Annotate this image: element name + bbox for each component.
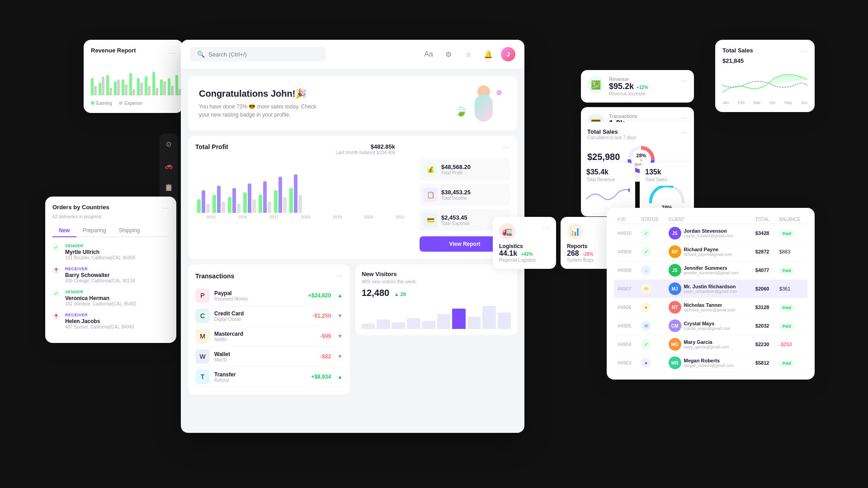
cell-total: $4077 — [752, 261, 776, 280]
txn-arrow: ▲ — [337, 374, 343, 380]
revenue-body: Revenue $95.2k +12% Revenue Increase — [609, 76, 676, 96]
txn-sub: Mac'D — [214, 357, 316, 362]
transactions-stat-menu[interactable]: ⋯ — [680, 113, 688, 122]
revenue-icon: 💹 — [587, 76, 604, 94]
orders-tab-new[interactable]: New — [52, 225, 76, 237]
client-email: megan_roberts@gmail.com — [684, 363, 734, 368]
paid-badge: Paid — [779, 323, 794, 329]
new-visitors-card: New Visitors 48% new visitors this week.… — [355, 264, 517, 335]
table-row: #4910 ✓ JS Jordan Stevenson Layne_Kuvali… — [614, 224, 807, 243]
order-icon: ✓ — [52, 290, 60, 297]
order-item: ✓ SENDER Veronica Herman 162 Windsor, Ca… — [52, 290, 169, 306]
total-sales-floating-card: Total Sales ⋯ $21,845 JanFebMarAprMayJun — [715, 40, 815, 112]
orders-title: Orders by Countries — [52, 204, 109, 211]
revenue-menu[interactable]: ⋯ — [680, 76, 688, 85]
stat-icon: 📋 — [423, 188, 438, 202]
profit-x-labels: 2015201620172018201920202021 — [195, 215, 416, 219]
client-name: Nicholas Tanner — [684, 302, 736, 308]
logistics-menu[interactable]: ⋯ — [542, 223, 550, 232]
cell-client: RP Richard Payne richard_payne@gmail.com — [665, 243, 752, 261]
profit-bar-chart: 2015201620172018201920202021 — [195, 159, 416, 222]
profit-amount: $482.85k — [336, 143, 395, 150]
status-badge: ✉ — [641, 284, 651, 294]
order-role: SENDER — [65, 244, 135, 248]
welcome-card: Congratulations John!🎉 You have done 72%… — [188, 76, 517, 131]
sidebar-icon-2[interactable]: 🚗 — [161, 159, 176, 173]
table-header-#id: # ID — [614, 215, 637, 224]
visitor-bar — [437, 314, 450, 329]
order-address: 939 Orange, California(CA), 92118 — [65, 278, 135, 283]
visitors-growth: ▲ 28 — [394, 291, 406, 297]
cell-balance: Paid — [776, 261, 807, 280]
status-badge: ● — [641, 358, 651, 368]
tsf-header: Total Sales ⋯ — [722, 47, 807, 56]
logistics-card: 🚛 ⋯ Logistics 44.1k +42% Regional Logist… — [493, 217, 556, 269]
revenue-total-label: Total Revenue — [586, 177, 630, 182]
revenue-report-menu[interactable]: ⋯ — [169, 49, 176, 57]
txn-name: Credit Card — [214, 310, 308, 317]
cell-id: #4910 — [614, 224, 637, 243]
sidebar-icon-1[interactable]: ⊙ — [161, 137, 176, 151]
balance-amount: $883 — [779, 249, 790, 254]
cell-status: ● — [637, 354, 665, 372]
revenue-legend: Earning Expense — [91, 101, 176, 106]
translate-icon[interactable]: Aa — [421, 47, 436, 61]
logistics-sub: Regional Logistics — [499, 258, 550, 263]
client-name: Jennifer Summers — [684, 265, 739, 271]
user-avatar[interactable]: J — [501, 47, 515, 61]
total-sales-menu[interactable]: ⋯ — [680, 128, 688, 140]
order-name: Barry Schowalter — [65, 272, 135, 278]
transactions-header: Transactions ⋯ — [195, 272, 343, 280]
revenue-sub: Revenue Increase — [609, 91, 676, 96]
orders-menu[interactable]: ⋯ — [162, 204, 169, 212]
txn-amount: +$8,934 — [311, 374, 331, 380]
order-name: Helen Jacobs — [65, 318, 134, 324]
cell-client: MJ Mr. Justin Richardson justin_richards… — [665, 280, 752, 298]
txn-icon: P — [195, 288, 210, 303]
stat-icon: 💰 — [423, 162, 438, 177]
order-item: 📍 RECEIVER Helen Jacobs 487 Sunset, Cali… — [52, 313, 169, 329]
client-email: mary_garcia@gmail.com — [684, 345, 729, 349]
settings-icon[interactable]: ⚙ — [441, 47, 456, 61]
txn-name: Wallet — [214, 351, 316, 357]
txn-icon: C — [195, 309, 210, 323]
profit-title: Total Profit — [195, 143, 228, 150]
search-input[interactable] — [208, 51, 318, 58]
table-row: #4907 ✉ MJ Mr. Justin Richardson justin_… — [614, 280, 807, 298]
welcome-illustration: 🍃 — [461, 85, 506, 122]
client-avatar: MG — [669, 338, 681, 351]
visitor-bar — [498, 313, 511, 329]
logistics-value: 44.1k — [499, 249, 517, 257]
cell-balance: $361 — [776, 280, 807, 298]
visitors-chart — [362, 302, 511, 329]
orders-tab-preparing[interactable]: Preparing — [76, 225, 113, 237]
cell-balance: -$253 — [776, 335, 807, 354]
cell-total: $3428 — [752, 224, 776, 243]
paid-badge: Paid — [779, 267, 794, 274]
sidebar-icon-3[interactable]: 📋 — [161, 180, 176, 195]
transactions-menu[interactable]: ⋯ — [335, 272, 343, 280]
k135-arc — [645, 186, 689, 204]
txn-amount: -$1,250 — [312, 313, 331, 319]
search-container[interactable]: 🔍 — [190, 47, 326, 61]
total-sales-header: Total Sales Calculated in last 7 days ⋯ — [587, 128, 688, 140]
table-header-total: TOTAL — [752, 215, 776, 224]
cell-id: #4908 — [614, 261, 637, 280]
visitors-value: 12,480 — [362, 288, 389, 298]
client-avatar: MR — [669, 357, 681, 369]
profit-menu[interactable]: ⋯ — [503, 143, 510, 152]
order-icon: 📍 — [52, 313, 60, 320]
transactions-title: Transactions — [195, 272, 234, 280]
earning-dot — [91, 101, 94, 105]
transaction-item: C Credit Card Digital Ocean -$1,250 ▼ — [195, 306, 343, 326]
cell-status: ✉ — [637, 280, 665, 298]
orders-tab-shipping[interactable]: Shipping — [113, 225, 146, 237]
order-role: RECEIVER — [65, 267, 135, 271]
client-avatar: RP — [669, 245, 681, 258]
revenue-title: Revenue — [609, 76, 676, 82]
tsf-menu[interactable]: ⋯ — [800, 47, 807, 56]
client-email: richard_payne@gmail.com — [684, 252, 732, 257]
star-icon[interactable]: ☆ — [461, 47, 476, 61]
table-header-balance: BALANCE — [776, 215, 807, 224]
bell-icon[interactable]: 🔔 — [481, 47, 495, 61]
